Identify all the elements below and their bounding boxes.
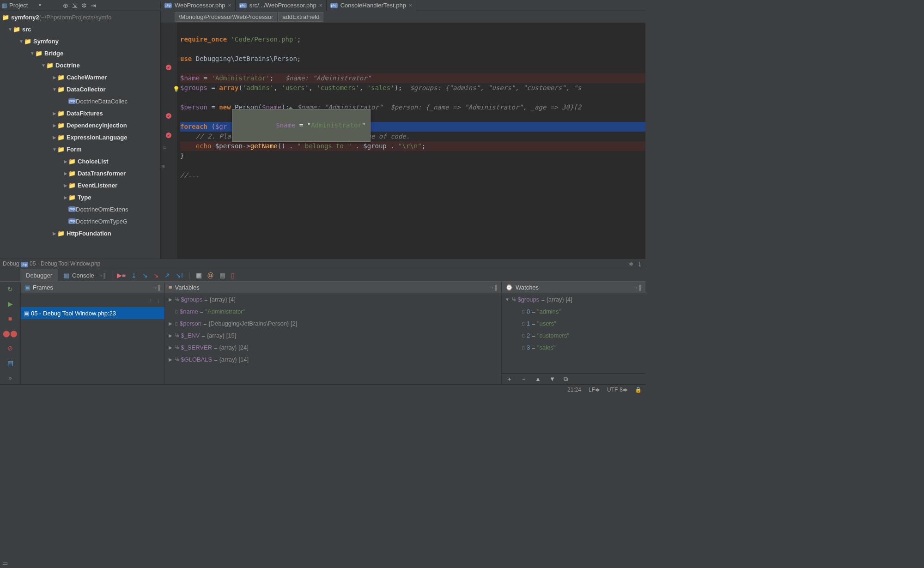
stop-icon[interactable]: ■ xyxy=(6,314,14,323)
tree-item[interactable]: ▼📁 Bridge xyxy=(0,47,160,59)
expand-arrow-icon[interactable]: ▶ xyxy=(168,297,173,302)
show-exec-icon[interactable]: ▶≡ xyxy=(117,272,126,279)
down-icon[interactable]: ▼ xyxy=(549,375,555,382)
breadcrumb-namespace[interactable]: \Monolog\Processor\WebProcessor xyxy=(175,12,277,22)
close-icon[interactable]: × xyxy=(409,2,412,9)
tree-arrow-icon[interactable]: ▶ xyxy=(63,171,68,176)
cursor-position[interactable]: 21:24 xyxy=(567,387,581,393)
tree-arrow-icon[interactable]: ▶ xyxy=(63,183,68,188)
tree-arrow-icon[interactable]: ▶ xyxy=(52,123,57,128)
watch-item[interactable]: ▯ 0 = "admins" xyxy=(502,305,645,317)
mute-icon[interactable]: ⊘ xyxy=(6,344,14,352)
tree-item[interactable]: ▶📁 EventListener xyxy=(0,179,160,191)
lock-icon[interactable]: 🔒 xyxy=(635,387,642,393)
evaluate-icon[interactable]: ▦ xyxy=(196,272,202,279)
tree-arrow-icon[interactable]: ▼ xyxy=(52,147,57,152)
watch-row[interactable]: ▼⅛ $groups = {array} [4] xyxy=(502,293,645,305)
tab-consolehandlertest[interactable]: php ConsoleHandlerTest.php × xyxy=(327,0,416,11)
tree-arrow-icon[interactable]: ▼ xyxy=(7,27,13,32)
close-icon[interactable]: × xyxy=(228,2,231,9)
tree-arrow-icon[interactable]: ▼ xyxy=(52,87,57,92)
breakpoints-icon[interactable]: ⬤⬤ xyxy=(6,329,14,338)
watch-item[interactable]: ▯ 3 = "sales" xyxy=(502,341,645,353)
tree-item[interactable]: php DoctrineOrmTypeG xyxy=(0,215,160,227)
expand-arrow-icon[interactable]: ▶ xyxy=(168,333,173,338)
tree-item[interactable]: ▶📁 DataTransformer xyxy=(0,167,160,179)
collapse-icon[interactable]: ⇲ xyxy=(72,2,78,9)
hide-icon[interactable]: →‖ xyxy=(152,284,161,291)
hide-icon[interactable]: ⇥ xyxy=(91,2,96,9)
tab-src-webprocessor[interactable]: php src/.../WebProcessor.php × xyxy=(236,0,327,11)
tree-item[interactable]: php DoctrineOrmExtens xyxy=(0,203,160,215)
gutter[interactable]: 💡 ⊟ ⊞ xyxy=(161,23,177,259)
arrow-down-icon[interactable]: ↓ xyxy=(157,297,160,304)
variable-row[interactable]: ▶▯ $person = {Debugging\JetBrains\Person… xyxy=(165,317,501,329)
breadcrumb-method[interactable]: addExtraField xyxy=(278,12,323,22)
expand-arrow-icon[interactable]: ▶ xyxy=(168,321,173,326)
tree-item[interactable]: ▶📁 Type xyxy=(0,191,160,203)
gear-icon[interactable]: ✲ xyxy=(81,2,87,9)
hide-icon[interactable]: →‖ xyxy=(632,284,642,291)
tree-item[interactable]: ▶📁 CacheWarmer xyxy=(0,71,160,83)
watch-item[interactable]: ▯ 1 = "users" xyxy=(502,317,645,329)
tree-arrow-icon[interactable]: ▼ xyxy=(41,63,46,68)
line-ending[interactable]: LF≑ xyxy=(589,387,600,393)
breakpoint-icon[interactable] xyxy=(166,133,171,138)
close-icon[interactable]: × xyxy=(319,2,322,9)
expand-arrow-icon[interactable]: ▼ xyxy=(505,297,510,302)
hide-icon[interactable]: →‖ xyxy=(488,284,498,291)
project-tree[interactable]: 📁 symfony2 (~/PhpstormProjects/symfo ▼📁 … xyxy=(0,11,161,259)
tree-arrow-icon[interactable]: ▶ xyxy=(63,195,68,200)
chevron-down-icon[interactable]: ▼ xyxy=(30,3,42,7)
tree-arrow-icon[interactable]: ▶ xyxy=(52,135,57,140)
rerun-icon[interactable]: ↻ xyxy=(6,285,14,293)
run-to-cursor-icon[interactable]: ↘I xyxy=(176,272,183,279)
watch-icon[interactable]: @ xyxy=(207,272,214,279)
step-over-icon[interactable]: ⤓ xyxy=(131,272,137,279)
tree-item[interactable]: ▼📁 DataCollector xyxy=(0,83,160,95)
tree-item[interactable]: ▶📁 HttpFoundation xyxy=(0,227,160,239)
arrow-up-icon[interactable]: ↑ xyxy=(149,297,152,304)
tree-arrow-icon[interactable]: ▶ xyxy=(52,75,57,80)
tree-arrow-icon[interactable]: ▼ xyxy=(30,51,35,56)
sort-icon[interactable]: ▤ xyxy=(219,272,225,279)
tree-item[interactable]: ▼📁 Form xyxy=(0,143,160,155)
gear-icon[interactable]: ✲ xyxy=(629,261,633,267)
stack-frame[interactable]: ▣ 05 - Debug Tool Window.php:23 xyxy=(21,307,164,319)
tree-arrow-icon[interactable]: ▶ xyxy=(52,231,57,236)
expand-icon[interactable]: ⊞ xyxy=(162,162,165,171)
resume-icon[interactable]: ▶ xyxy=(6,300,14,308)
up-icon[interactable]: ▲ xyxy=(535,375,541,382)
tree-item[interactable]: ▶📁 ExpressionLanguage xyxy=(0,131,160,143)
tree-item[interactable]: ▼📁 src xyxy=(0,23,160,35)
variable-row[interactable]: ▶⅛ $groups = {array} [4] xyxy=(165,293,501,305)
layout-icon[interactable]: ▤ xyxy=(6,359,14,367)
copy-icon[interactable]: ⧉ xyxy=(564,375,568,383)
step-into-icon[interactable]: ↘ xyxy=(142,272,148,279)
copy-icon[interactable]: ▯ xyxy=(231,272,235,279)
breakpoint-icon[interactable] xyxy=(166,113,171,119)
tree-arrow-icon[interactable]: ▶ xyxy=(63,159,68,164)
tree-item[interactable]: ▶📁 DataFixtures xyxy=(0,107,160,119)
tree-item[interactable]: ▼📁 Doctrine xyxy=(0,59,160,71)
fold-icon[interactable]: ⊟ xyxy=(164,142,167,152)
tree-item[interactable]: php DoctrineDataCollec xyxy=(0,95,160,107)
code-body[interactable]: require_once 'Code/Person.php'; use Debu… xyxy=(177,23,645,259)
breakpoint-icon[interactable] xyxy=(166,65,171,70)
variable-row[interactable]: ▶⅛ $_ENV = {array} [15] xyxy=(165,329,501,341)
tree-item[interactable]: ▼📁 Symfony xyxy=(0,35,160,47)
expand-arrow-icon[interactable]: ▶ xyxy=(168,345,173,350)
encoding[interactable]: UTF-8≑ xyxy=(607,387,627,393)
expand-arrow-icon[interactable]: ▶ xyxy=(168,357,173,362)
tree-arrow-icon[interactable]: ▼ xyxy=(18,39,24,44)
console-tab[interactable]: ▥ Console →‖ xyxy=(58,269,112,281)
more-icon[interactable]: » xyxy=(6,374,14,382)
tab-webprocessor[interactable]: php WebProcessor.php × xyxy=(161,0,236,11)
remove-icon[interactable]: － xyxy=(521,375,527,383)
variable-row[interactable]: ▯ $name = "Administrator" xyxy=(165,305,501,317)
add-icon[interactable]: ＋ xyxy=(506,375,512,383)
variable-row[interactable]: ▶⅛ $GLOBALS = {array} [14] xyxy=(165,353,501,365)
tree-arrow-icon[interactable]: ▶ xyxy=(52,111,57,116)
target-icon[interactable]: ⊕ xyxy=(63,2,68,9)
tree-item[interactable]: ▶📁 DependencyInjection xyxy=(0,119,160,131)
